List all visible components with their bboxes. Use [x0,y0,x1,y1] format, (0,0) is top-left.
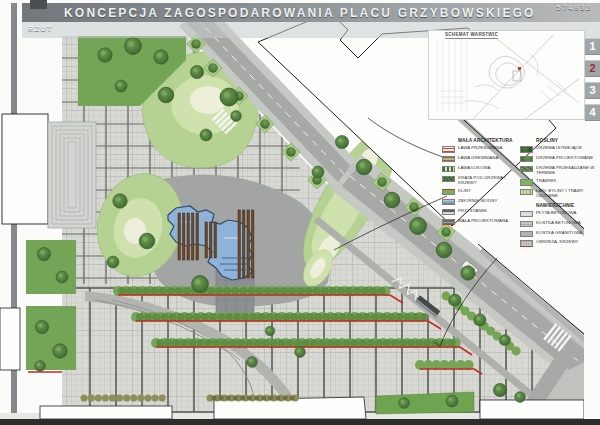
legend-item: ŁAWA DREWNIANA [442,156,518,163]
legend-item: DRZEWA PROJEKTOWANE [520,156,600,163]
legend-item: PŁYTA BETONOWA [520,211,600,218]
swatch-mala-projektowana [442,219,455,226]
sheet-number: 574932 [556,3,592,12]
swatch-trawnik [520,179,533,186]
legend-item: KLINY [442,189,518,196]
tab-4[interactable]: 4 [585,104,600,121]
legend-item: TRAWNIK [520,179,600,186]
tab-3[interactable]: 3 [585,82,600,99]
swatch-obrzeza [520,240,533,247]
legend-item: KOSTKA GRANITOWA [520,231,600,238]
corner-chip [30,0,47,9]
legend-item: ZBIORNIK WODNY [442,199,518,206]
legend-column-plants-surfaces: ROŚLINY DRZEWA ISTNIEJĄCE DRZEWA PROJEKT… [520,138,600,250]
legend-item: ŁĄKI: BYLINY I TRAWY OZDOBNE [520,189,600,199]
swatch-lawa-drewniana [442,156,455,163]
bottom-bar [0,419,600,425]
tab-1[interactable]: 1 [585,38,600,55]
swatch-drzewa-projektowane [520,156,533,163]
presentation-board: KONCEPCJA ZAGOSPODAROWANIA PLACU GRZYBOW… [0,0,600,425]
legend-item: MAŁA PROJEKTOWANA [442,219,518,226]
tab-2[interactable]: 2 [585,60,600,77]
page-title: KONCEPCJA ZAGOSPODAROWANIA PLACU GRZYBOW… [22,6,536,20]
swatch-plyta-betonowa [520,211,533,218]
legend-item: KOSTKA BETONOWA [520,221,600,228]
legend-item: DRZEWA PRZESADZANE W TERENIE [520,166,600,176]
view-label: RZUT [28,25,53,32]
swatch-przystanek [442,209,455,216]
swatch-laki [520,189,533,196]
legend-item: OBRZEŻA, KRZEWY [520,240,600,247]
contour-sketch [429,31,584,119]
legend-header: NAWIERZCHNIE [536,203,600,208]
swatch-kostka-betonowa [520,221,533,228]
title-bar: KONCEPCJA ZAGOSPODAROWANIA PLACU GRZYBOW… [22,3,600,22]
swatch-kostka-granitowa [520,231,533,238]
swatch-zbiornik-wodny [442,199,455,206]
swatch-lawa-lukowa [442,166,455,173]
building-footprint [0,308,20,370]
swatch-krata [442,176,455,183]
swatch-drzewa-przesadzane [520,166,533,173]
lawn-strip [376,392,474,414]
amphitheater-steps [48,122,96,228]
contour-inset-panel: SCHEMAT WARSTWIC [428,30,585,120]
legend-item: KRATA POD DRZEWA I KRZEWY [442,176,518,186]
legend: MAŁA ARCHITEKTURA ŁAWA PRZESUWANA ŁAWA D… [438,136,600,278]
legend-header: MAŁA ARCHITEKTURA [458,138,518,143]
legend-item: ŁAWA ŁUKOWA [442,166,518,173]
swatch-lawa-przesuwana [442,146,455,153]
legend-header: ROŚLINY [536,138,600,143]
swatch-kliny [442,189,455,196]
swatch-drzewa-istniejace [520,146,533,153]
legend-item: ŁAWA PRZESUWANA [442,146,518,153]
legend-item: PRZYSTANEK [442,209,518,216]
building-footprint [2,114,48,224]
legend-column-architecture: MAŁA ARCHITEKTURA ŁAWA PRZESUWANA ŁAWA D… [442,138,518,229]
legend-item: DRZEWA ISTNIEJĄCE [520,146,600,153]
